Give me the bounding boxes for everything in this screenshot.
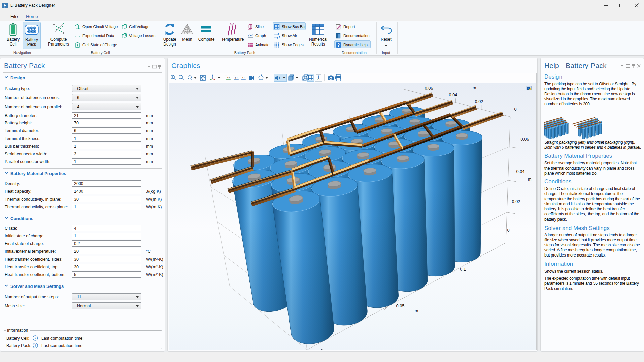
svg-text:0.06: 0.06: [521, 137, 529, 142]
svg-text:0.02: 0.02: [475, 99, 483, 104]
svg-text:0.02: 0.02: [512, 199, 520, 204]
svg-text:0: 0: [514, 107, 516, 112]
svg-text:yz: yz: [235, 76, 238, 79]
svg-text:xz: xz: [242, 76, 245, 79]
svg-text:m: m: [415, 308, 418, 313]
svg-text:m: m: [528, 177, 532, 182]
svg-text:0.04: 0.04: [449, 92, 457, 97]
svg-text:m: m: [473, 85, 476, 90]
svg-text:xy: xy: [227, 76, 230, 79]
svg-text:0: 0: [321, 348, 323, 350]
svg-text:i: i: [35, 336, 36, 340]
svg-text:i: i: [35, 343, 36, 348]
svg-text:0.05: 0.05: [396, 303, 405, 308]
svg-text:0.1: 0.1: [460, 267, 466, 272]
svg-text:0.04: 0.04: [516, 169, 525, 174]
svg-text:0: 0: [507, 228, 509, 233]
svg-text:?: ?: [337, 43, 340, 48]
svg-text:0.06: 0.06: [425, 86, 433, 91]
